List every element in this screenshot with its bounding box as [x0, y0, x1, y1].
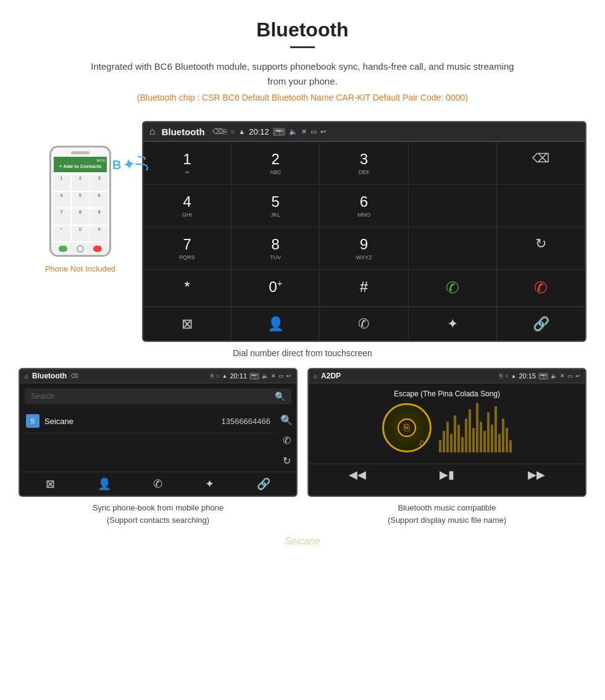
music-back-icon[interactable]: ↩ — [575, 373, 580, 379]
pb-refresh-right-icon[interactable]: ↻ — [280, 455, 293, 467]
dial-display-area — [409, 142, 497, 185]
album-art: ⎘ ♫ — [382, 403, 432, 452]
dial-empty-3 — [409, 227, 497, 270]
dial-key-star[interactable]: * — [143, 270, 232, 307]
pb-contact-name: Seicane — [44, 417, 221, 426]
pb-bottom-grid[interactable]: ⊠ — [46, 477, 55, 491]
pb-vol-icon[interactable]: 🔈 — [262, 373, 269, 379]
main-section: ✦ B ⎘ M:20 + Add to Contacts 123 456 — [0, 121, 605, 342]
phone-dial-grid: 123 456 789 *0# — [51, 173, 109, 243]
page-title: Bluetooth — [12, 19, 593, 41]
pb-search-icon[interactable]: 🔍 — [275, 391, 285, 401]
location-icon: ○ — [231, 128, 235, 135]
pb-bottom-phone[interactable]: ✆ — [153, 477, 162, 491]
music-screen-icon[interactable]: ▭ — [567, 373, 573, 379]
pb-bottom-bar: ⊠ 👤 ✆ ✦ 🔗 — [20, 472, 296, 496]
pb-search-right-icon[interactable]: 🔍 — [280, 414, 293, 426]
next-track-button[interactable]: ▶▶ — [528, 468, 545, 481]
usb-icon: ⌫ — [212, 127, 223, 136]
phonebook-block: ⌂ Bluetooth ⌫ ⎘ ○ ▲ 20:11 📷 🔈 ✕ ▭ ↩ Sear… — [19, 368, 298, 526]
back-icon[interactable]: ↩ — [320, 128, 326, 136]
dial-key-4[interactable]: 4 GHI — [143, 185, 232, 227]
music-song-title: Escape (The Pina Colada Song) — [394, 390, 500, 398]
dial-screen-title: Bluetooth — [162, 127, 205, 137]
pb-camera-icon[interactable]: 📷 — [249, 373, 259, 380]
dial-key-8[interactable]: 8 TUV — [232, 227, 320, 270]
pb-title: Bluetooth — [32, 372, 67, 380]
dial-bottom-link-button[interactable]: 🔗 — [497, 307, 585, 341]
pb-bottom-contacts[interactable]: 👤 — [98, 477, 111, 491]
close-icon[interactable]: ✕ — [301, 128, 307, 136]
pb-status: ⎘ ○ ▲ 20:11 📷 🔈 ✕ ▭ ↩ — [211, 372, 291, 380]
dial-screen-top-bar: ⌂ Bluetooth ⌫ ⎘ ○ ▲ 20:12 📷 🔈 ✕ ▭ ↩ — [143, 122, 585, 141]
watermark-area: Seicane — [0, 533, 605, 553]
dial-bottom-bt-button[interactable]: ✦ — [409, 307, 497, 341]
phone-illustration: ✦ B ⎘ M:20 + Add to Contacts 123 456 — [19, 121, 142, 273]
bottom-screenshots: ⌂ Bluetooth ⌫ ⎘ ○ ▲ 20:11 📷 🔈 ✕ ▭ ↩ Sear… — [0, 368, 605, 526]
music-vol-icon[interactable]: 🔈 — [551, 373, 557, 379]
dial-key-7[interactable]: 7 PQRS — [143, 227, 232, 270]
phonebook-caption: Sync phone-book from mobile phone (Suppo… — [19, 502, 298, 526]
dial-key-5[interactable]: 5 JKL — [232, 185, 320, 227]
seicane-watermark: Seicane — [285, 536, 320, 546]
pb-call-right-icon[interactable]: ✆ — [280, 435, 293, 446]
page-header: Bluetooth Integrated with BC6 Bluetooth … — [0, 0, 605, 121]
dial-pad-grid: 1 ∞ 2 ABC 3 DEF ⌫ 4 GHI 5 JKL — [143, 141, 585, 307]
music-time: 20:15 — [519, 372, 536, 380]
dial-key-6[interactable]: 6 MNO — [320, 185, 408, 227]
phonebook-screen: ⌂ Bluetooth ⌫ ⎘ ○ ▲ 20:11 📷 🔈 ✕ ▭ ↩ Sear… — [19, 368, 298, 497]
dial-redial-button[interactable]: ↻ — [497, 227, 585, 270]
pb-close-icon[interactable]: ✕ — [271, 373, 276, 379]
dial-bottom-contacts-button[interactable]: 👤 — [232, 307, 320, 341]
bluetooth-waves: ✦ B — [122, 155, 136, 174]
pb-right-icons: 🔍 ✆ ↻ — [277, 409, 296, 472]
home-icon[interactable]: ⌂ — [149, 126, 156, 137]
phone-not-included-label: Phone Not Included — [19, 264, 142, 273]
dial-key-3[interactable]: 3 DEF — [320, 142, 408, 185]
camera-icon[interactable]: 📷 — [273, 128, 285, 136]
dial-empty-1 — [409, 185, 497, 227]
music-close-icon[interactable]: ✕ — [560, 373, 565, 379]
phone-speaker — [71, 151, 90, 154]
dial-call-button[interactable]: ✆ — [409, 270, 497, 307]
pb-list: S Seicane 13566664466 — [20, 409, 277, 472]
dial-key-1[interactable]: 1 ∞ — [143, 142, 232, 185]
dial-key-9[interactable]: 9 WXYZ — [320, 227, 408, 270]
pb-time: 20:11 — [230, 372, 247, 380]
phone-screen-top: M:20 + Add to Contacts — [54, 157, 107, 172]
screen-icon[interactable]: ▭ — [311, 128, 317, 136]
signal-icon: ▲ — [238, 128, 245, 135]
prev-track-button[interactable]: ◀◀ — [349, 468, 366, 481]
music-center: ⎘ ♫ — [382, 403, 512, 452]
bt-music-icon: ⎘ — [404, 422, 410, 433]
pb-contact-row[interactable]: S Seicane 13566664466 — [20, 409, 277, 433]
dial-bottom-phone-button[interactable]: ✆ — [320, 307, 408, 341]
dial-key-0[interactable]: 0+ — [232, 270, 320, 307]
play-pause-button[interactable]: ▶▮ — [440, 468, 454, 481]
phone-call-button — [59, 246, 67, 252]
dial-key-hash[interactable]: # — [320, 270, 408, 307]
dial-backspace-button[interactable]: ⌫ — [497, 142, 585, 185]
pb-top-bar: ⌂ Bluetooth ⌫ ⎘ ○ ▲ 20:11 📷 🔈 ✕ ▭ ↩ — [20, 369, 296, 383]
pb-contact-number: 13566664466 — [221, 417, 270, 426]
pb-screen-icon[interactable]: ▭ — [278, 373, 284, 379]
phone-home-button — [77, 245, 84, 252]
music-camera-icon[interactable]: 📷 — [538, 373, 548, 380]
dial-end-button[interactable]: ✆ — [497, 270, 585, 307]
pb-back-icon[interactable]: ↩ — [286, 373, 291, 379]
status-time: 20:12 — [249, 127, 269, 136]
pb-content: S Seicane 13566664466 🔍 ✆ ↻ — [20, 409, 296, 472]
phone-bottom-bar — [51, 243, 109, 255]
pb-bottom-bt[interactable]: ✦ — [205, 477, 214, 491]
music-status: ⎘ ○ ▲ 20:15 📷 🔈 ✕ ▭ ↩ — [499, 372, 580, 380]
music-home-icon[interactable]: ⌂ — [314, 373, 317, 380]
music-note-icon: ♫ — [419, 438, 425, 448]
dial-bottom-grid-button[interactable]: ⊠ — [143, 307, 232, 341]
music-content: Escape (The Pina Colada Song) ⎘ ♫ — [309, 383, 585, 464]
dial-key-2[interactable]: 2 ABC — [232, 142, 320, 185]
music-controls: ◀◀ ▶▮ ▶▶ — [309, 464, 585, 485]
pb-home-icon[interactable]: ⌂ — [25, 373, 28, 380]
pb-bottom-link[interactable]: 🔗 — [257, 477, 270, 491]
music-top-bar: ⌂ A2DP ⎘ ○ ▲ 20:15 📷 🔈 ✕ ▭ ↩ — [309, 369, 585, 383]
volume-icon[interactable]: 🔈 — [289, 128, 298, 136]
